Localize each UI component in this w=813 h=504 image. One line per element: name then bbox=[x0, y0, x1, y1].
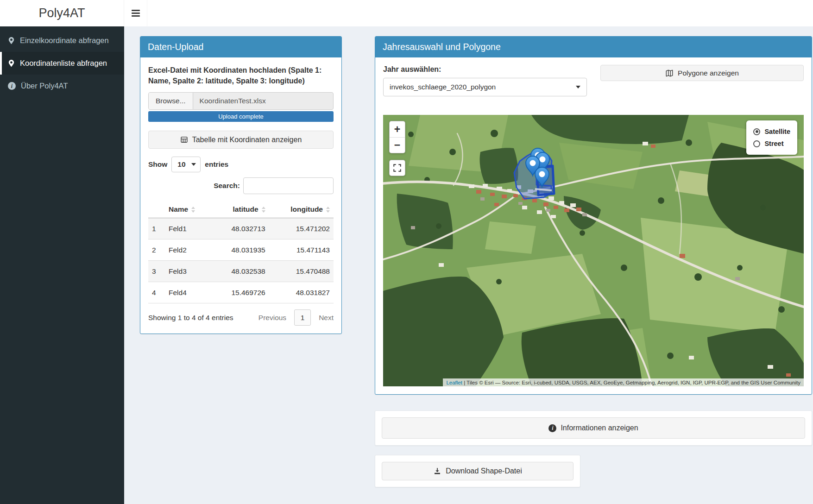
chevron-down-icon bbox=[576, 86, 580, 88]
satellite-tile-layer bbox=[383, 115, 804, 386]
download-icon bbox=[433, 467, 441, 475]
radio-selected-icon bbox=[753, 128, 760, 135]
show-info-button[interactable]: i Informationen anzeigen bbox=[382, 417, 805, 439]
chevron-down-icon bbox=[191, 163, 196, 166]
info-card: i Informationen anzeigen bbox=[375, 410, 812, 446]
coordinates-table: Name latitude longitude 1 Feld1 bbox=[148, 201, 334, 303]
index-column-header bbox=[148, 201, 165, 218]
info-circle-icon: i bbox=[548, 424, 556, 432]
layer-label: Satellite bbox=[764, 128, 790, 135]
column-header-name[interactable]: Name bbox=[165, 201, 212, 218]
table-row: 3 Feld3 48.032538 15.470488 bbox=[148, 261, 334, 282]
table-row: 4 Feld4 15.469726 48.031827 bbox=[148, 282, 334, 303]
layer-label: Street bbox=[764, 140, 783, 147]
layer-option-satellite[interactable]: Satellite bbox=[753, 126, 790, 138]
app-logo[interactable]: Poly4AT bbox=[0, 0, 124, 26]
sort-icon bbox=[326, 207, 330, 213]
map-attribution: Leaflet | Tiles © Esri — Source: Esri, i… bbox=[443, 378, 804, 386]
map-marker-icon bbox=[8, 37, 15, 44]
column-header-longitude[interactable]: longitude bbox=[269, 201, 334, 218]
fullscreen-button[interactable] bbox=[389, 160, 405, 176]
radio-icon bbox=[753, 140, 760, 147]
download-shape-button[interactable]: Download Shape-Datei bbox=[382, 462, 574, 480]
sort-icon bbox=[191, 207, 195, 213]
table-search-control: Search: bbox=[148, 177, 334, 194]
download-card: Download Shape-Datei bbox=[375, 455, 580, 487]
panel-title: Jahresauswahl und Polygone bbox=[375, 37, 812, 57]
file-input: Browse... KoordinatenTest.xlsx bbox=[148, 92, 334, 110]
table-length-control: Show 10 entries bbox=[148, 157, 334, 172]
hamburger-icon bbox=[132, 8, 140, 18]
zoom-control: + − bbox=[389, 121, 405, 153]
search-input[interactable] bbox=[243, 177, 334, 194]
length-label-after: entries bbox=[205, 160, 228, 169]
table-header-row: Name latitude longitude bbox=[148, 201, 334, 218]
page-length-select[interactable]: 10 bbox=[171, 157, 201, 172]
year-select[interactable]: invekos_schlaege_2020_polygon bbox=[383, 78, 587, 96]
show-polygons-label: Polygone anzeigen bbox=[678, 69, 739, 77]
map-marker-icon bbox=[8, 60, 15, 67]
layer-control: Satellite Street bbox=[746, 120, 797, 155]
sort-icon bbox=[262, 207, 265, 213]
table-info: Showing 1 to 4 of 4 entries bbox=[148, 314, 233, 322]
daten-upload-panel: Daten-Upload Excel-Datei mit Koordinaten… bbox=[140, 36, 342, 334]
zoom-in-button[interactable]: + bbox=[390, 121, 405, 137]
upload-instruction: Excel-Datei mit Koordinaten hochladen (S… bbox=[148, 65, 334, 86]
year-select-value: invekos_schlaege_2020_polygon bbox=[390, 83, 496, 91]
sidebar-item-label: Einzelkoordinate abfragen bbox=[20, 36, 109, 45]
show-polygons-button[interactable]: Polygone anzeigen bbox=[600, 65, 804, 81]
browse-button[interactable]: Browse... bbox=[149, 93, 193, 109]
attribution-text: Tiles © Esri — Source: Esri, i-cubed, US… bbox=[466, 380, 800, 385]
search-label: Search: bbox=[214, 182, 240, 190]
file-name-field[interactable]: KoordinatenTest.xlsx bbox=[193, 93, 333, 109]
next-page-button[interactable]: Next bbox=[319, 314, 334, 322]
leaflet-link[interactable]: Leaflet bbox=[446, 380, 462, 385]
sidebar-menu: Einzelkoordinate abfragen Koordinatenlis… bbox=[0, 26, 124, 97]
page-number-button[interactable]: 1 bbox=[294, 309, 311, 326]
top-navbar: Poly4AT bbox=[0, 0, 813, 26]
sidebar-item-ueber[interactable]: i Über Poly4AT bbox=[0, 75, 124, 97]
pagination: Previous 1 Next bbox=[258, 309, 334, 326]
show-info-label: Informationen anzeigen bbox=[561, 424, 638, 432]
sidebar-item-einzelkoordinate[interactable]: Einzelkoordinate abfragen bbox=[0, 29, 124, 52]
jahresauswahl-panel: Jahresauswahl und Polygone Jahr auswähle… bbox=[375, 36, 812, 395]
sidebar-toggle-button[interactable] bbox=[124, 0, 147, 26]
page-length-value: 10 bbox=[177, 160, 185, 169]
sidebar-item-koordinatenliste[interactable]: Koordinatenliste abfragen bbox=[0, 52, 124, 75]
show-table-button[interactable]: Tabelle mit Koordinaten anzeigen bbox=[148, 131, 334, 149]
leaflet-map[interactable]: + − Satellite Street bbox=[383, 115, 804, 386]
zoom-out-button[interactable]: − bbox=[390, 137, 405, 153]
show-table-label: Tabelle mit Koordinaten anzeigen bbox=[192, 136, 302, 144]
fullscreen-icon bbox=[393, 164, 402, 172]
column-header-latitude[interactable]: latitude bbox=[212, 201, 269, 218]
download-shape-label: Download Shape-Datei bbox=[446, 467, 522, 475]
sidebar: Einzelkoordinate abfragen Koordinatenlis… bbox=[0, 26, 124, 504]
length-label-before: Show bbox=[148, 160, 167, 169]
table-row: 2 Feld2 48.031935 15.471143 bbox=[148, 239, 334, 261]
table-footer: Showing 1 to 4 of 4 entries Previous 1 N… bbox=[148, 309, 334, 326]
main-content: Daten-Upload Excel-Datei mit Koordinaten… bbox=[124, 26, 813, 504]
info-circle-icon: i bbox=[8, 82, 16, 90]
sidebar-item-label: Koordinatenliste abfragen bbox=[20, 59, 107, 68]
map-icon bbox=[665, 69, 674, 77]
table-row: 1 Feld1 48.032713 15.471202 bbox=[148, 218, 334, 239]
sidebar-item-label: Über Poly4AT bbox=[21, 82, 68, 90]
layer-option-street[interactable]: Street bbox=[753, 138, 790, 150]
previous-page-button[interactable]: Previous bbox=[258, 314, 286, 322]
panel-title: Daten-Upload bbox=[140, 37, 341, 57]
table-icon bbox=[180, 136, 188, 144]
upload-progress-bar: Upload complete bbox=[148, 111, 334, 122]
